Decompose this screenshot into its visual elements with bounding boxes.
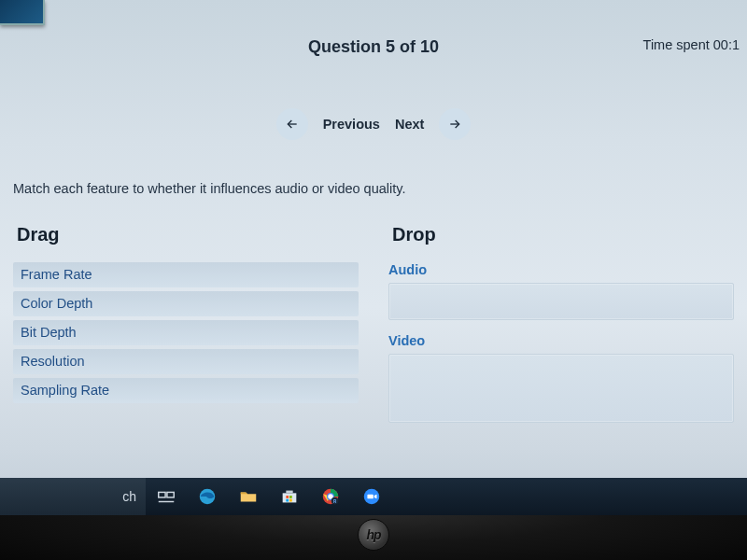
folder-icon-svg (238, 486, 259, 507)
drop-heading: Drop (392, 224, 734, 245)
task-view-icon[interactable] (146, 478, 187, 515)
svg-rect-8 (286, 496, 289, 498)
chrome-browser-icon[interactable]: R (310, 478, 351, 515)
next-label[interactable]: Next (395, 117, 424, 132)
svg-rect-9 (289, 496, 292, 498)
microsoft-store-icon[interactable] (269, 478, 310, 515)
drag-item[interactable]: Sampling Rate (13, 378, 359, 403)
svg-rect-18 (367, 495, 373, 499)
drag-item[interactable]: Bit Depth (13, 320, 359, 345)
pip-thumbnail (0, 0, 45, 25)
svg-rect-3 (167, 492, 174, 497)
hp-logo-text: hp (366, 527, 380, 542)
drag-item[interactable]: Color Depth (13, 291, 359, 316)
time-spent: Time spent 00:1 (643, 37, 740, 52)
drop-target-label-audio: Audio (388, 262, 734, 277)
zoom-app-icon[interactable] (351, 478, 392, 515)
drop-target-label-video: Video (388, 333, 734, 348)
arrow-left-icon (285, 117, 300, 132)
chrome-icon-svg: R (320, 486, 341, 507)
svg-rect-11 (289, 499, 292, 502)
next-button[interactable] (439, 108, 471, 140)
task-view-icon-svg (156, 486, 176, 507)
taskbar-search-fragment[interactable]: ch (0, 478, 146, 515)
drop-target-video[interactable] (388, 354, 734, 423)
hp-logo: hp (358, 519, 389, 551)
previous-button[interactable] (276, 108, 308, 140)
svg-rect-7 (286, 491, 292, 494)
edge-browser-icon[interactable] (187, 478, 228, 515)
file-explorer-icon[interactable] (228, 478, 269, 515)
question-instruction: Match each feature to whether it influen… (13, 181, 405, 196)
zoom-icon-svg (361, 486, 382, 507)
arrow-right-icon (447, 117, 462, 132)
svg-rect-10 (286, 499, 289, 502)
drag-item[interactable]: Resolution (13, 349, 359, 374)
edge-icon-svg (197, 486, 218, 507)
question-nav: Previous Next (0, 108, 747, 140)
drag-heading: Drag (17, 224, 359, 245)
windows-taskbar: ch R (0, 478, 747, 515)
store-icon-svg (279, 486, 300, 507)
taskbar-search-text: ch (122, 489, 136, 504)
drag-item[interactable]: Frame Rate (13, 262, 359, 287)
previous-label[interactable]: Previous (323, 117, 380, 132)
drop-target-audio[interactable] (388, 283, 734, 320)
svg-rect-2 (159, 492, 165, 497)
question-counter: Question 5 of 10 (308, 37, 439, 57)
